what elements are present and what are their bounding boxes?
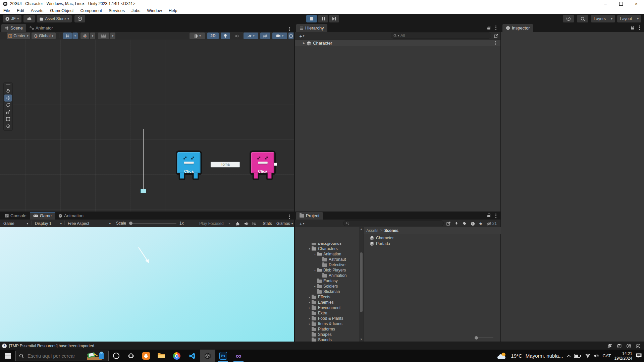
mute-audio-button[interactable] — [242, 220, 250, 227]
lock-icon[interactable] — [487, 214, 491, 218]
draw-mode-dropdown[interactable]: ▾ — [190, 33, 205, 39]
tab-hierarchy[interactable]: Hierarchy — [296, 24, 327, 32]
bell-muted-icon[interactable] — [607, 344, 612, 349]
inspector-panel-menu[interactable] — [639, 27, 640, 28]
project-tree-folder[interactable]: Detective — [295, 262, 359, 267]
tab-console[interactable]: Console — [1, 212, 30, 220]
expand-arrow[interactable]: ▸ — [308, 296, 312, 299]
taskbar-visual-studio[interactable]: ∞ — [231, 350, 246, 362]
project-tree-folder[interactable]: ▸ Food & Plants — [295, 316, 359, 321]
taskbar-photoshop[interactable]: Ps — [215, 350, 231, 362]
overlay-drag-handle[interactable] — [6, 84, 10, 86]
scene-magenta-character[interactable]: Clica — [250, 150, 276, 180]
tab-scene[interactable]: Scene — [1, 24, 26, 32]
expand-arrow[interactable]: ▸ — [308, 317, 312, 320]
scene-effects-dropdown[interactable]: ▾ — [244, 33, 258, 39]
menu-item[interactable]: Services — [105, 7, 128, 14]
notification-center-icon[interactable] — [636, 353, 642, 359]
project-tree-folder[interactable]: Astronaut — [295, 257, 359, 262]
battery-icon[interactable] — [574, 354, 582, 358]
tool-handle-rotation-dropdown[interactable]: Global▾ — [32, 33, 56, 39]
project-tree-folder[interactable]: ▸ Effects — [295, 294, 359, 300]
canvas-handle[interactable] — [141, 189, 146, 193]
auto-refresh-disabled-icon[interactable] — [626, 344, 631, 349]
scale-slider-thumb[interactable] — [129, 222, 132, 225]
tab-animation[interactable]: Animation — [55, 212, 87, 220]
asset-portada[interactable]: Portada — [370, 241, 390, 246]
project-tree-folder[interactable]: Stickman — [295, 289, 359, 294]
snap-increment-caret[interactable]: ▾ — [110, 33, 115, 39]
rect-tool[interactable] — [4, 116, 12, 123]
menu-item[interactable]: File — [0, 7, 13, 14]
scene-gizmos-button[interactable] — [288, 33, 293, 39]
game-panel-menu[interactable] — [289, 213, 290, 219]
taskbar-vscode[interactable] — [184, 350, 200, 362]
project-tree-folder[interactable]: ▾ Characters — [295, 246, 359, 251]
scene-torna-button[interactable]: Torna — [211, 162, 240, 168]
task-view-button[interactable] — [123, 350, 138, 362]
project-search-input[interactable] — [351, 221, 441, 226]
close-button[interactable]: × — [629, 0, 644, 7]
maximize-button[interactable] — [613, 0, 629, 7]
grid-visibility-caret[interactable]: ▾ — [72, 33, 78, 39]
project-tree-folder[interactable]: ▾ Blob Players — [295, 267, 359, 273]
start-button[interactable] — [0, 350, 15, 362]
scroll-up-arrow[interactable]: ▲ — [359, 228, 363, 231]
create-asset-dropdown[interactable]: +▾ — [297, 220, 307, 227]
wifi-icon[interactable] — [585, 354, 591, 358]
scale-tool[interactable] — [4, 109, 12, 116]
step-button[interactable] — [329, 15, 339, 22]
scale-slider[interactable] — [129, 223, 176, 224]
hidden-packages-toggle[interactable]: 21 — [485, 220, 499, 227]
expand-arrow[interactable]: ▸ — [308, 306, 312, 309]
create-object-dropdown[interactable]: +▾ — [297, 33, 307, 39]
tab-animator[interactable]: Animator — [26, 24, 56, 32]
view-hand-tool[interactable] — [4, 87, 12, 95]
taskbar-chrome[interactable] — [169, 350, 184, 362]
undo-history-button[interactable] — [563, 15, 574, 22]
project-tree-folder[interactable]: Fantasy — [295, 278, 359, 284]
transform-tool[interactable] — [4, 123, 12, 130]
expand-arrow[interactable]: ▸ — [308, 301, 312, 304]
stop-button[interactable] — [306, 15, 317, 22]
debug-icon-button[interactable] — [233, 220, 241, 227]
menu-item[interactable]: Edit — [13, 7, 28, 14]
tab-inspector[interactable]: Inspector — [502, 24, 533, 32]
project-tree-folder[interactable]: Animation — [295, 273, 359, 278]
tab-project[interactable]: Project — [296, 212, 323, 220]
menu-item[interactable]: Assets — [28, 7, 47, 14]
taskbar-file-explorer[interactable] — [154, 350, 169, 362]
search-everything-button[interactable] — [577, 15, 588, 22]
expand-arrow[interactable]: ▸ — [313, 285, 317, 288]
expand-arrow[interactable]: ▸ — [308, 322, 312, 325]
scene-lighting-button[interactable] — [221, 33, 230, 39]
2d-mode-button[interactable]: 2D — [207, 33, 219, 39]
account-button[interactable]: JF▾ — [3, 15, 21, 22]
scrollbar-thumb[interactable] — [360, 252, 363, 312]
grid-visibility-button[interactable] — [63, 33, 72, 39]
snap-grid-caret[interactable]: ▾ — [90, 33, 95, 39]
project-tree-folder[interactable]: ▸ Soldiers — [295, 284, 359, 289]
cache-server-disabled-icon[interactable] — [617, 344, 622, 349]
scene-camera-dropdown[interactable]: ▾ — [272, 33, 287, 39]
project-panel-menu[interactable] — [495, 215, 496, 216]
scene-audio-button[interactable] — [232, 33, 241, 39]
layers-dropdown[interactable]: Layers▾ — [591, 15, 615, 22]
gizmos-dropdown[interactable]: Gizmos▾ — [274, 220, 293, 227]
favorites-icon[interactable]: ★ — [477, 220, 484, 227]
asset-store-button[interactable]: Asset Store▾ — [37, 15, 72, 22]
game-viewport[interactable]: Clica Torna Clica — [0, 227, 294, 342]
row-menu[interactable] — [495, 43, 496, 44]
expand-arrow[interactable]: ▾ — [313, 269, 317, 272]
scene-blue-character[interactable]: Clica — [176, 150, 202, 180]
aspect-ratio-dropdown[interactable]: Free Aspect▾ — [66, 220, 113, 227]
scene-panel-menu[interactable] — [289, 25, 290, 31]
warning-filter-icon[interactable] — [469, 220, 476, 227]
breadcrumb-assets[interactable]: Assets — [366, 228, 378, 233]
stats-button[interactable]: Stats — [260, 220, 274, 227]
weather-desc[interactable]: Mayorm. nubla... — [526, 353, 563, 359]
search-by-type-icon[interactable] — [453, 220, 460, 227]
menu-item[interactable]: Help — [165, 7, 181, 14]
expand-arrow[interactable]: ▾ — [313, 253, 317, 256]
selection-handle[interactable] — [274, 163, 277, 166]
